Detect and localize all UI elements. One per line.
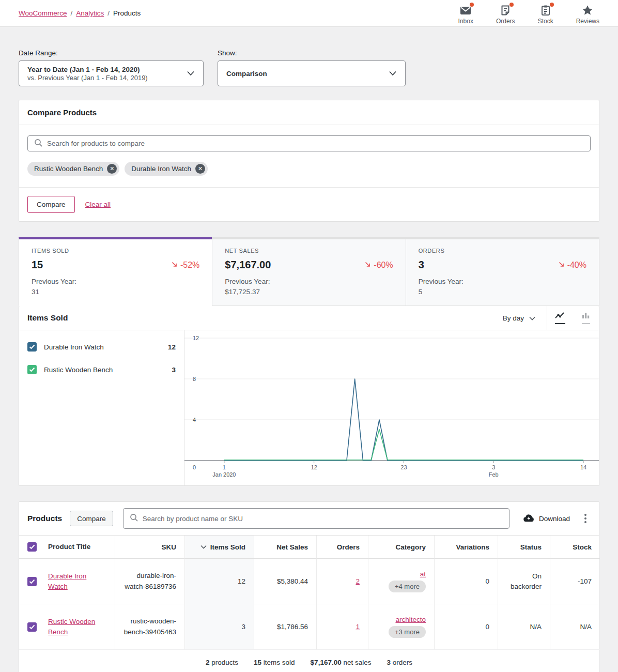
items-sold-value: 12 [238, 577, 245, 585]
summary-net-sales: $7,167.00 net sales [311, 659, 372, 666]
trend-value: -52% [180, 261, 199, 270]
bar-chart-icon [582, 312, 590, 324]
table-row-cell-orders: 1 [316, 604, 368, 650]
table-row-cell-variations: 0 [434, 559, 498, 604]
orders-button[interactable]: Orders [496, 2, 515, 25]
breadcrumb-separator: / [71, 9, 73, 17]
column-header-product-title[interactable]: Product Title [19, 536, 115, 559]
show-value: Comparison [226, 70, 267, 78]
date-range-value: Year to Date (Jan 1 - Feb 14, 2020) [27, 66, 148, 73]
series-checkbox[interactable] [27, 342, 37, 352]
column-header-net-sales[interactable]: Net Sales [254, 536, 316, 559]
line-chart-toggle[interactable] [547, 306, 573, 330]
download-button[interactable]: Download [523, 513, 570, 524]
interval-value: By day [503, 314, 524, 322]
column-header-label: Status [520, 543, 542, 551]
variations-value: 0 [485, 623, 489, 631]
select-all-checkbox[interactable] [27, 542, 37, 552]
search-icon [130, 513, 138, 524]
orders-label: Orders [496, 18, 515, 25]
legend-item-rustic-wooden-bench[interactable]: Rustic Wooden Bench 3 [19, 358, 184, 381]
series-checkbox[interactable] [27, 365, 37, 374]
chevron-down-icon [389, 70, 397, 78]
reviews-icon [581, 4, 594, 17]
breadcrumb-analytics-link[interactable]: Analytics [76, 9, 104, 17]
legend-value: 12 [168, 343, 176, 351]
summary-tile-orders[interactable]: ORDERS 3 -40% Previous Year:5 [406, 237, 599, 306]
column-header-items-sold[interactable]: Items Sold [184, 536, 254, 559]
stock-value: N/A [580, 623, 592, 631]
trend-down-arrow-icon [364, 261, 371, 270]
table-row-cell-stock: N/A [550, 604, 600, 650]
product-link[interactable]: Rustic Wooden Bench [48, 618, 95, 636]
compare-search-field [27, 135, 591, 151]
column-header-label: Net Sales [276, 543, 308, 551]
date-range-filter: Date Range: Year to Date (Jan 1 - Feb 14… [19, 49, 204, 86]
compare-products-card: Compare Products Rustic Wooden Bench ✕ D… [19, 100, 599, 222]
sku-value: rustic-wooden-bench-39405463 [123, 616, 176, 638]
line-chart[interactable]: 481201Jan 202012233Feb14 [184, 330, 599, 485]
category-link[interactable]: at [420, 570, 426, 578]
notification-dot [470, 3, 474, 7]
table-compare-button[interactable]: Compare [70, 511, 113, 526]
table-row-cell-variations: 0 [434, 604, 498, 650]
column-header-sku[interactable]: SKU [115, 536, 184, 559]
compare-search-input[interactable] [47, 140, 584, 147]
reviews-label: Reviews [576, 18, 599, 25]
category-link[interactable]: architecto [395, 616, 426, 623]
legend-item-durable-iron-watch[interactable]: Durable Iron Watch 12 [19, 335, 184, 358]
products-search-input[interactable] [143, 515, 503, 523]
reviews-button[interactable]: Reviews [576, 2, 599, 25]
chevron-down-icon [187, 70, 195, 78]
remove-chip-icon[interactable]: ✕ [107, 164, 117, 174]
more-options-icon[interactable] [580, 511, 591, 526]
trend-indicator: -52% [171, 261, 199, 270]
net-sales-value: $1,786.56 [277, 623, 308, 631]
stock-button[interactable]: Stock [538, 2, 553, 25]
interval-select[interactable]: By day [491, 306, 547, 330]
compare-button[interactable]: Compare [27, 196, 75, 213]
bar-chart-toggle[interactable] [573, 306, 599, 330]
products-search-field [123, 508, 509, 529]
summary-tile-net-sales[interactable]: NET SALES $7,167.00 -60% Previous Year:$… [212, 237, 405, 306]
product-chip: Durable Iron Watch ✕ [125, 162, 208, 176]
column-header-label: Product Title [48, 542, 90, 552]
svg-text:3: 3 [492, 464, 495, 470]
breadcrumb-current: Products [113, 9, 141, 17]
product-link[interactable]: Durable Iron Watch [48, 572, 86, 590]
row-checkbox[interactable] [27, 622, 37, 632]
show-select[interactable]: Comparison [218, 60, 406, 86]
table-row-cell-category: at +4 more [368, 559, 434, 604]
trend-indicator: -60% [364, 261, 393, 270]
svg-text:Jan 2020: Jan 2020 [212, 471, 236, 478]
remove-chip-icon[interactable]: ✕ [195, 164, 205, 174]
category-more-badge[interactable]: +3 more [389, 626, 426, 638]
tile-value: $7,167.00 [225, 259, 271, 271]
column-header-label: Stock [573, 543, 592, 551]
orders-count-link[interactable]: 1 [356, 623, 360, 631]
column-header-status[interactable]: Status [498, 536, 550, 559]
column-header-variations[interactable]: Variations [434, 536, 498, 559]
show-label: Show: [218, 49, 406, 57]
table-row-cell-status: N/A [498, 604, 550, 650]
clear-all-link[interactable]: Clear all [85, 201, 111, 208]
prev-label: Previous Year: [419, 278, 464, 285]
date-range-select[interactable]: Year to Date (Jan 1 - Feb 14, 2020) vs. … [19, 60, 204, 86]
products-title: Products [27, 514, 62, 523]
summary-tile-items-sold[interactable]: ITEMS SOLD 15 -52% Previous Year:31 [19, 237, 212, 306]
column-header-category[interactable]: Category [368, 536, 434, 559]
column-header-stock[interactable]: Stock [550, 536, 600, 559]
inbox-button[interactable]: Inbox [458, 2, 473, 25]
breadcrumb-woocommerce-link[interactable]: WooCommerce [19, 9, 67, 17]
status-value: N/A [530, 623, 542, 631]
column-header-orders[interactable]: Orders [316, 536, 368, 559]
line-chart-icon [555, 312, 565, 324]
legend-label: Rustic Wooden Bench [44, 366, 164, 374]
prev-value: 5 [419, 288, 423, 296]
row-checkbox[interactable] [27, 577, 37, 586]
prev-value: $17,725.37 [225, 288, 260, 296]
download-cloud-icon [523, 513, 534, 524]
orders-count-link[interactable]: 2 [356, 577, 360, 585]
category-more-badge[interactable]: +4 more [389, 581, 426, 592]
inbox-icon [459, 4, 472, 17]
